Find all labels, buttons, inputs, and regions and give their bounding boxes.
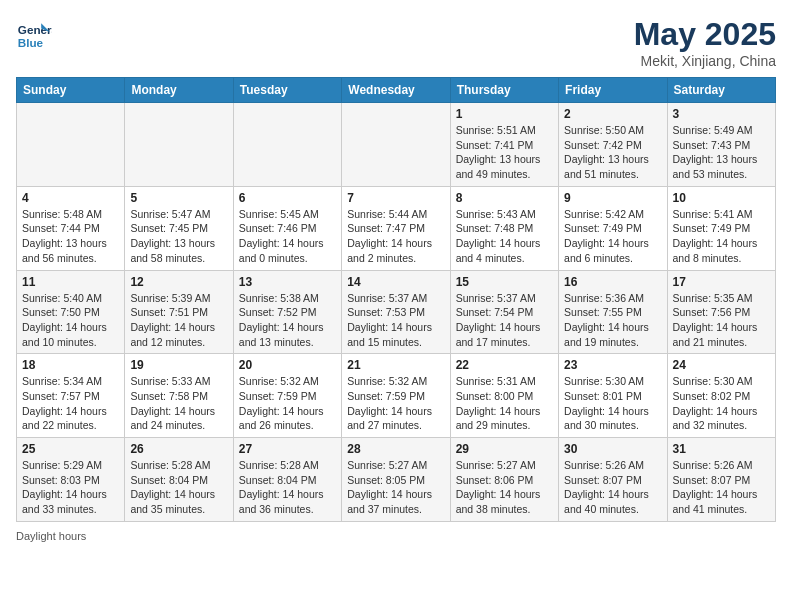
day-number: 21	[347, 358, 444, 372]
calendar-cell	[342, 103, 450, 187]
calendar-cell: 7Sunrise: 5:44 AM Sunset: 7:47 PM Daylig…	[342, 186, 450, 270]
calendar-cell: 10Sunrise: 5:41 AM Sunset: 7:49 PM Dayli…	[667, 186, 775, 270]
svg-text:Blue: Blue	[18, 36, 44, 49]
day-info: Sunrise: 5:45 AM Sunset: 7:46 PM Dayligh…	[239, 207, 336, 266]
day-number: 2	[564, 107, 661, 121]
day-number: 8	[456, 191, 553, 205]
calendar-cell: 27Sunrise: 5:28 AM Sunset: 8:04 PM Dayli…	[233, 438, 341, 522]
day-number: 15	[456, 275, 553, 289]
day-number: 10	[673, 191, 770, 205]
calendar-cell: 11Sunrise: 5:40 AM Sunset: 7:50 PM Dayli…	[17, 270, 125, 354]
day-info: Sunrise: 5:51 AM Sunset: 7:41 PM Dayligh…	[456, 123, 553, 182]
day-of-week-header: Tuesday	[233, 78, 341, 103]
day-info: Sunrise: 5:34 AM Sunset: 7:57 PM Dayligh…	[22, 374, 119, 433]
day-info: Sunrise: 5:31 AM Sunset: 8:00 PM Dayligh…	[456, 374, 553, 433]
day-info: Sunrise: 5:49 AM Sunset: 7:43 PM Dayligh…	[673, 123, 770, 182]
calendar-cell	[233, 103, 341, 187]
logo: General Blue	[16, 16, 52, 52]
day-number: 26	[130, 442, 227, 456]
day-info: Sunrise: 5:28 AM Sunset: 8:04 PM Dayligh…	[239, 458, 336, 517]
calendar-cell: 21Sunrise: 5:32 AM Sunset: 7:59 PM Dayli…	[342, 354, 450, 438]
day-number: 27	[239, 442, 336, 456]
day-number: 17	[673, 275, 770, 289]
calendar-cell: 23Sunrise: 5:30 AM Sunset: 8:01 PM Dayli…	[559, 354, 667, 438]
day-number: 7	[347, 191, 444, 205]
day-number: 9	[564, 191, 661, 205]
day-info: Sunrise: 5:28 AM Sunset: 8:04 PM Dayligh…	[130, 458, 227, 517]
day-number: 14	[347, 275, 444, 289]
day-info: Sunrise: 5:47 AM Sunset: 7:45 PM Dayligh…	[130, 207, 227, 266]
calendar-cell: 12Sunrise: 5:39 AM Sunset: 7:51 PM Dayli…	[125, 270, 233, 354]
day-number: 18	[22, 358, 119, 372]
day-info: Sunrise: 5:30 AM Sunset: 8:02 PM Dayligh…	[673, 374, 770, 433]
calendar-cell: 28Sunrise: 5:27 AM Sunset: 8:05 PM Dayli…	[342, 438, 450, 522]
day-info: Sunrise: 5:27 AM Sunset: 8:05 PM Dayligh…	[347, 458, 444, 517]
calendar-cell: 2Sunrise: 5:50 AM Sunset: 7:42 PM Daylig…	[559, 103, 667, 187]
day-number: 5	[130, 191, 227, 205]
day-info: Sunrise: 5:44 AM Sunset: 7:47 PM Dayligh…	[347, 207, 444, 266]
day-number: 4	[22, 191, 119, 205]
calendar-cell: 17Sunrise: 5:35 AM Sunset: 7:56 PM Dayli…	[667, 270, 775, 354]
calendar-cell	[125, 103, 233, 187]
calendar-cell: 3Sunrise: 5:49 AM Sunset: 7:43 PM Daylig…	[667, 103, 775, 187]
day-info: Sunrise: 5:32 AM Sunset: 7:59 PM Dayligh…	[239, 374, 336, 433]
day-info: Sunrise: 5:40 AM Sunset: 7:50 PM Dayligh…	[22, 291, 119, 350]
calendar-cell: 4Sunrise: 5:48 AM Sunset: 7:44 PM Daylig…	[17, 186, 125, 270]
day-info: Sunrise: 5:39 AM Sunset: 7:51 PM Dayligh…	[130, 291, 227, 350]
day-number: 24	[673, 358, 770, 372]
day-number: 12	[130, 275, 227, 289]
footer-label: Daylight hours	[16, 530, 86, 542]
calendar-cell: 26Sunrise: 5:28 AM Sunset: 8:04 PM Dayli…	[125, 438, 233, 522]
day-of-week-header: Wednesday	[342, 78, 450, 103]
footer: Daylight hours	[16, 530, 776, 542]
calendar-cell: 30Sunrise: 5:26 AM Sunset: 8:07 PM Dayli…	[559, 438, 667, 522]
calendar-cell: 24Sunrise: 5:30 AM Sunset: 8:02 PM Dayli…	[667, 354, 775, 438]
day-info: Sunrise: 5:30 AM Sunset: 8:01 PM Dayligh…	[564, 374, 661, 433]
day-info: Sunrise: 5:37 AM Sunset: 7:54 PM Dayligh…	[456, 291, 553, 350]
day-info: Sunrise: 5:29 AM Sunset: 8:03 PM Dayligh…	[22, 458, 119, 517]
day-info: Sunrise: 5:48 AM Sunset: 7:44 PM Dayligh…	[22, 207, 119, 266]
title-block: May 2025 Mekit, Xinjiang, China	[634, 16, 776, 69]
day-of-week-header: Saturday	[667, 78, 775, 103]
day-of-week-header: Sunday	[17, 78, 125, 103]
day-info: Sunrise: 5:27 AM Sunset: 8:06 PM Dayligh…	[456, 458, 553, 517]
day-info: Sunrise: 5:35 AM Sunset: 7:56 PM Dayligh…	[673, 291, 770, 350]
day-info: Sunrise: 5:32 AM Sunset: 7:59 PM Dayligh…	[347, 374, 444, 433]
day-number: 30	[564, 442, 661, 456]
calendar-table: SundayMondayTuesdayWednesdayThursdayFrid…	[16, 77, 776, 522]
day-number: 3	[673, 107, 770, 121]
day-info: Sunrise: 5:43 AM Sunset: 7:48 PM Dayligh…	[456, 207, 553, 266]
calendar-cell: 13Sunrise: 5:38 AM Sunset: 7:52 PM Dayli…	[233, 270, 341, 354]
calendar-cell	[17, 103, 125, 187]
calendar-cell: 1Sunrise: 5:51 AM Sunset: 7:41 PM Daylig…	[450, 103, 558, 187]
day-number: 11	[22, 275, 119, 289]
day-number: 19	[130, 358, 227, 372]
page-header: General Blue May 2025 Mekit, Xinjiang, C…	[16, 16, 776, 69]
day-number: 6	[239, 191, 336, 205]
calendar-cell: 14Sunrise: 5:37 AM Sunset: 7:53 PM Dayli…	[342, 270, 450, 354]
day-of-week-header: Friday	[559, 78, 667, 103]
day-of-week-header: Thursday	[450, 78, 558, 103]
calendar-cell: 8Sunrise: 5:43 AM Sunset: 7:48 PM Daylig…	[450, 186, 558, 270]
day-info: Sunrise: 5:37 AM Sunset: 7:53 PM Dayligh…	[347, 291, 444, 350]
day-info: Sunrise: 5:50 AM Sunset: 7:42 PM Dayligh…	[564, 123, 661, 182]
day-info: Sunrise: 5:26 AM Sunset: 8:07 PM Dayligh…	[673, 458, 770, 517]
day-number: 23	[564, 358, 661, 372]
day-number: 25	[22, 442, 119, 456]
calendar-cell: 19Sunrise: 5:33 AM Sunset: 7:58 PM Dayli…	[125, 354, 233, 438]
day-number: 20	[239, 358, 336, 372]
day-number: 29	[456, 442, 553, 456]
location-subtitle: Mekit, Xinjiang, China	[634, 53, 776, 69]
day-info: Sunrise: 5:42 AM Sunset: 7:49 PM Dayligh…	[564, 207, 661, 266]
calendar-cell: 15Sunrise: 5:37 AM Sunset: 7:54 PM Dayli…	[450, 270, 558, 354]
day-number: 28	[347, 442, 444, 456]
day-info: Sunrise: 5:36 AM Sunset: 7:55 PM Dayligh…	[564, 291, 661, 350]
calendar-cell: 31Sunrise: 5:26 AM Sunset: 8:07 PM Dayli…	[667, 438, 775, 522]
calendar-cell: 20Sunrise: 5:32 AM Sunset: 7:59 PM Dayli…	[233, 354, 341, 438]
day-info: Sunrise: 5:33 AM Sunset: 7:58 PM Dayligh…	[130, 374, 227, 433]
day-info: Sunrise: 5:41 AM Sunset: 7:49 PM Dayligh…	[673, 207, 770, 266]
calendar-cell: 9Sunrise: 5:42 AM Sunset: 7:49 PM Daylig…	[559, 186, 667, 270]
day-number: 22	[456, 358, 553, 372]
day-of-week-header: Monday	[125, 78, 233, 103]
month-title: May 2025	[634, 16, 776, 53]
